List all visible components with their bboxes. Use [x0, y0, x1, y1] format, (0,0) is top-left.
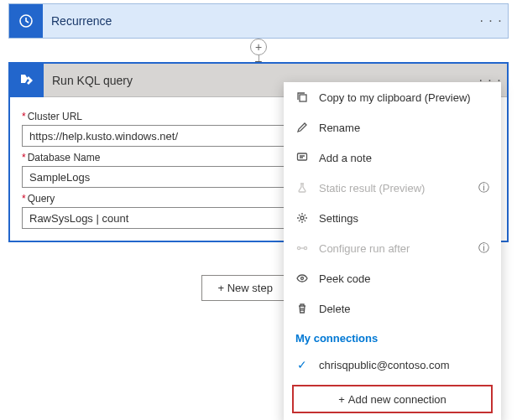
flow-icon — [295, 241, 309, 255]
eye-icon — [295, 272, 309, 285]
clock-icon — [9, 4, 43, 38]
connections-header: My connections — [284, 324, 501, 350]
connection-item[interactable]: ✓ chrisqpublic@contoso.com — [284, 350, 501, 380]
recurrence-step-card[interactable]: Recurrence · · · — [8, 3, 509, 39]
recurrence-more-button[interactable]: · · · — [474, 13, 508, 29]
info-icon[interactable]: ⓘ — [478, 241, 489, 256]
note-icon — [295, 151, 309, 164]
info-icon[interactable]: ⓘ — [478, 180, 489, 195]
menu-delete[interactable]: Delete — [284, 293, 501, 324]
check-icon: ✓ — [295, 358, 309, 371]
menu-configure-run-after: Configure run after ⓘ — [284, 233, 501, 263]
menu-add-note[interactable]: Add a note — [284, 143, 501, 173]
new-step-button[interactable]: + New step — [201, 275, 288, 301]
menu-rename[interactable]: Rename — [284, 112, 501, 143]
recurrence-title: Recurrence — [43, 14, 474, 28]
insert-step-button[interactable]: + — [250, 39, 267, 55]
add-new-connection-button[interactable]: +Add new connection — [292, 385, 493, 413]
plus-icon: + — [338, 393, 345, 406]
svg-point-6 — [301, 277, 304, 280]
connector: + ▼ — [250, 40, 267, 64]
copy-icon — [295, 91, 309, 104]
svg-point-5 — [304, 246, 306, 249]
svg-rect-1 — [300, 95, 306, 101]
menu-settings[interactable]: Settings — [284, 203, 501, 233]
menu-copy[interactable]: Copy to my clipboard (Preview) — [284, 82, 501, 112]
gear-icon — [295, 211, 309, 225]
svg-point-4 — [297, 246, 300, 249]
trash-icon — [295, 302, 309, 315]
pencil-icon — [295, 121, 309, 134]
menu-static-result: Static result (Preview) ⓘ — [284, 173, 501, 203]
kql-icon — [10, 64, 44, 97]
flask-icon — [295, 181, 309, 194]
context-menu: Copy to my clipboard (Preview) Rename Ad… — [284, 82, 501, 420]
svg-rect-2 — [298, 153, 307, 160]
menu-peek-code[interactable]: Peek code — [284, 263, 501, 293]
svg-point-3 — [300, 216, 304, 220]
recurrence-header: Recurrence · · · — [9, 4, 508, 38]
